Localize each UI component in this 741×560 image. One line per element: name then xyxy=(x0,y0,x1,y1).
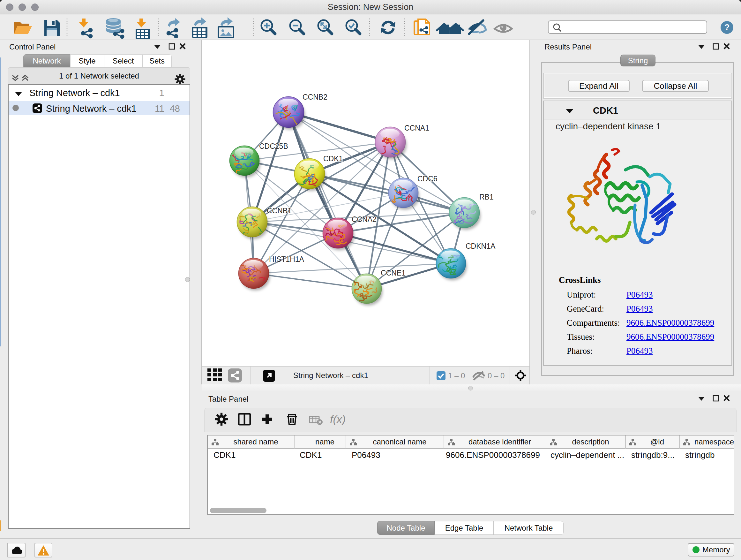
svg-text:CDC25B: CDC25B xyxy=(259,142,288,150)
svg-text:CDKN1A: CDKN1A xyxy=(466,242,495,250)
svg-text:CCNE1: CCNE1 xyxy=(381,269,406,277)
svg-text:CDK1: CDK1 xyxy=(323,154,343,163)
svg-text:CCNB1: CCNB1 xyxy=(267,206,292,215)
svg-text:HIST1H1A: HIST1H1A xyxy=(269,255,305,263)
svg-text:f(x): f(x) xyxy=(330,413,346,425)
svg-text:CCNA2: CCNA2 xyxy=(352,215,377,224)
svg-text:CDC6: CDC6 xyxy=(417,175,437,183)
svg-text:CCNA1: CCNA1 xyxy=(404,124,429,132)
svg-text:RB1: RB1 xyxy=(479,193,494,201)
svg-text:CCNB2: CCNB2 xyxy=(302,93,327,101)
